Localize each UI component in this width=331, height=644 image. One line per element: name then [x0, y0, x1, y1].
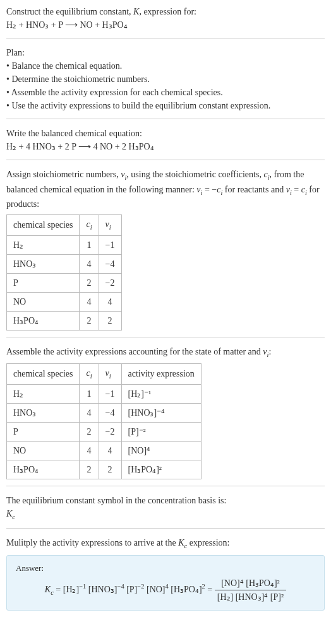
- col-species: chemical species: [7, 215, 80, 236]
- symbol-line1: The equilibrium constant symbol in the c…: [6, 494, 325, 507]
- cell-vi: −4: [99, 254, 121, 273]
- header-line1: Construct the equilibrium constant, K, e…: [6, 5, 325, 18]
- table-header-row: chemical species ci νi activity expressi…: [7, 364, 202, 385]
- table-row: P 2 −2 [P]⁻²: [7, 422, 202, 441]
- table-row: HNO₃ 4 −4 [HNO₃]⁻⁴: [7, 403, 202, 422]
- cell-vi: −1: [99, 235, 121, 254]
- cell-activity: [H₃PO₄]²: [121, 460, 201, 479]
- stoich-intro: Assign stoichiometric numbers, νi, using…: [6, 168, 325, 211]
- cell-ci: 4: [80, 254, 99, 273]
- cell-ci: 1: [80, 384, 99, 403]
- balanced-equation: H₂ + 4 HNO₃ + 2 P ⟶ 4 NO + 2 H₃PO₄: [6, 140, 325, 153]
- col-vi: νi: [99, 364, 121, 385]
- balanced-section: Write the balanced chemical equation: H₂…: [6, 127, 325, 160]
- col-vi: νi: [99, 215, 121, 236]
- col-ci: ci: [80, 215, 99, 236]
- cell-species: HNO₃: [7, 403, 80, 422]
- col-activity: activity expression: [121, 364, 201, 385]
- cell-ci: 4: [80, 441, 99, 460]
- cell-ci: 4: [80, 403, 99, 422]
- cell-species: HNO₃: [7, 254, 80, 273]
- cell-species: H₃PO₄: [7, 311, 80, 330]
- cell-species: NO: [7, 441, 80, 460]
- activity-section: Assemble the activity expressions accoun…: [6, 345, 325, 486]
- plan-item: • Determine the stoichiometric numbers.: [6, 73, 325, 86]
- table-row: NO 4 4: [7, 292, 122, 311]
- cell-species: NO: [7, 292, 80, 311]
- table-row: H₃PO₄ 2 2: [7, 311, 122, 330]
- cell-vi: −2: [99, 273, 121, 292]
- multiply-title: Mulitply the activity expressions to arr…: [6, 536, 325, 551]
- cell-vi: 4: [99, 441, 121, 460]
- header-equation: H₂ + HNO₃ + P ⟶ NO + H₃PO₄: [6, 18, 325, 32]
- cell-activity: [P]⁻²: [121, 422, 201, 441]
- table-row: H₂ 1 −1 [H₂]⁻¹: [7, 384, 202, 403]
- answer-numerator: [NO]⁴ [H₃PO₄]²: [215, 577, 286, 590]
- answer-label: Answer:: [16, 562, 315, 575]
- activity-intro: Assemble the activity expressions accoun…: [6, 345, 325, 360]
- cell-activity: [HNO₃]⁻⁴: [121, 403, 201, 422]
- cell-ci: 2: [80, 311, 99, 330]
- cell-ci: 2: [80, 460, 99, 479]
- table-row: NO 4 4 [NO]⁴: [7, 441, 202, 460]
- symbol-kc: Kc: [6, 507, 325, 522]
- cell-species: H₂: [7, 384, 80, 403]
- multiply-section: Mulitply the activity expressions to arr…: [6, 536, 325, 611]
- activity-table: chemical species ci νi activity expressi…: [6, 363, 202, 479]
- stoich-section: Assign stoichiometric numbers, νi, using…: [6, 168, 325, 337]
- plan-item: • Assemble the activity expression for e…: [6, 86, 325, 99]
- symbol-section: The equilibrium constant symbol in the c…: [6, 494, 325, 529]
- table-row: H₂ 1 −1: [7, 235, 122, 254]
- cell-species: H₂: [7, 235, 80, 254]
- cell-ci: 4: [80, 292, 99, 311]
- cell-vi: −1: [99, 384, 121, 403]
- table-row: P 2 −2: [7, 273, 122, 292]
- table-row: HNO₃ 4 −4: [7, 254, 122, 273]
- plan-item: • Use the activity expressions to build …: [6, 99, 325, 112]
- cell-activity: [NO]⁴: [121, 441, 201, 460]
- answer-expression: Kc = [H₂]−1 [HNO₃]−4 [P]−2 [NO]4 [H₃PO₄]…: [16, 577, 315, 604]
- cell-ci: 2: [80, 273, 99, 292]
- col-species: chemical species: [7, 364, 80, 385]
- cell-vi: 2: [99, 460, 121, 479]
- plan-title: Plan:: [6, 46, 325, 59]
- answer-denominator: [H₂] [HNO₃]⁴ [P]²: [215, 590, 286, 604]
- header-section: Construct the equilibrium constant, K, e…: [6, 5, 325, 38]
- cell-species: P: [7, 273, 80, 292]
- plan-section: Plan: • Balance the chemical equation. •…: [6, 46, 325, 119]
- cell-ci: 2: [80, 422, 99, 441]
- table-header-row: chemical species ci νi: [7, 215, 122, 236]
- cell-species: P: [7, 422, 80, 441]
- table-row: H₃PO₄ 2 2 [H₃PO₄]²: [7, 460, 202, 479]
- answer-box: Answer: Kc = [H₂]−1 [HNO₃]−4 [P]−2 [NO]4…: [6, 555, 325, 611]
- plan-item: • Balance the chemical equation.: [6, 59, 325, 73]
- cell-vi: −4: [99, 403, 121, 422]
- cell-ci: 1: [80, 235, 99, 254]
- stoich-table: chemical species ci νi H₂ 1 −1 HNO₃ 4 −4…: [6, 214, 122, 331]
- cell-activity: [H₂]⁻¹: [121, 384, 201, 403]
- cell-vi: 2: [99, 311, 121, 330]
- cell-vi: −2: [99, 422, 121, 441]
- balanced-title: Write the balanced chemical equation:: [6, 127, 325, 140]
- cell-vi: 4: [99, 292, 121, 311]
- cell-species: H₃PO₄: [7, 460, 80, 479]
- col-ci: ci: [80, 364, 99, 385]
